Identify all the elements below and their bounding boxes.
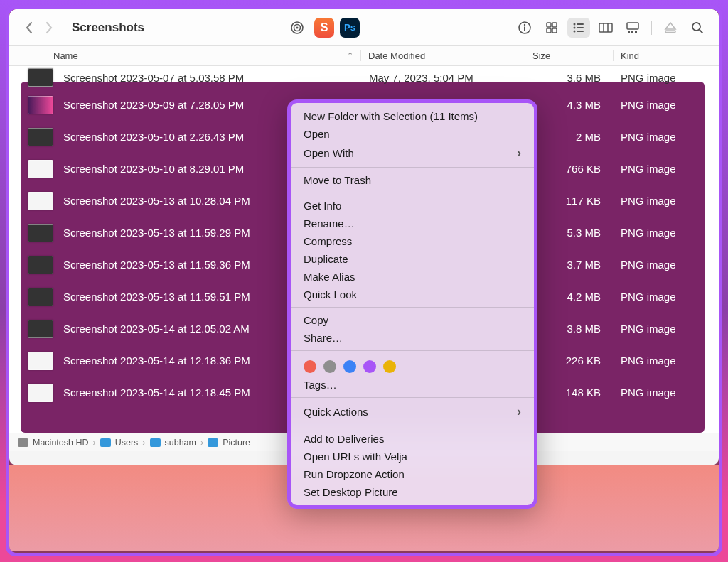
column-header-name[interactable]: Name⌃ — [9, 50, 360, 61]
context-menu-item[interactable]: New Folder with Selection (11 Items) — [291, 107, 534, 125]
file-kind: PNG image — [614, 291, 700, 303]
context-menu-item[interactable]: Make Alias — [291, 268, 534, 286]
app-icon-s[interactable]: S — [314, 18, 334, 38]
context-menu-item[interactable]: Run Dropzone Action — [291, 465, 534, 483]
file-date: May 7, 2023, 5:04 PM — [362, 72, 525, 84]
folder-icon — [100, 438, 111, 447]
file-thumbnail — [28, 160, 53, 178]
info-icon[interactable] — [513, 18, 536, 38]
tag-color[interactable] — [304, 360, 316, 373]
tag-color[interactable] — [343, 360, 356, 373]
view-list-button[interactable] — [567, 18, 590, 38]
file-size: 766 KB — [525, 163, 614, 175]
svg-rect-19 — [627, 23, 638, 29]
column-header-kind[interactable]: Kind — [613, 50, 719, 61]
svg-rect-13 — [577, 27, 584, 28]
file-size: 3.8 MB — [525, 323, 614, 335]
context-menu-item[interactable]: Tags… — [291, 376, 534, 394]
file-thumbnail — [28, 128, 53, 146]
tags-row — [291, 355, 534, 376]
context-menu-item[interactable]: Quick Actions› — [291, 401, 534, 422]
file-thumbnail — [28, 320, 53, 338]
svg-rect-7 — [552, 23, 557, 27]
search-icon[interactable] — [686, 18, 709, 38]
svg-point-2 — [296, 26, 299, 28]
file-kind: PNG image — [614, 227, 700, 239]
tag-color[interactable] — [363, 360, 376, 373]
path-segment[interactable]: Picture — [223, 438, 250, 448]
context-menu-item[interactable]: Move to Trash — [291, 171, 534, 189]
file-thumbnail — [28, 384, 53, 402]
column-header-date[interactable]: Date Modified — [360, 50, 525, 61]
context-menu-item[interactable]: Copy — [291, 311, 534, 329]
context-menu-item[interactable]: Compress — [291, 232, 534, 250]
svg-rect-20 — [628, 31, 630, 33]
file-size: 3.7 MB — [525, 259, 614, 271]
context-menu-item[interactable]: Get Info — [291, 197, 534, 215]
file-name: Screenshot 2023-05-07 at 5.03.58 PM — [63, 72, 362, 84]
file-kind: PNG image — [614, 323, 700, 335]
svg-rect-23 — [665, 31, 675, 33]
file-size: 5.3 MB — [525, 227, 614, 239]
tag-color[interactable] — [383, 360, 396, 373]
context-menu: New Folder with Selection (11 Items)Open… — [287, 99, 537, 509]
svg-rect-8 — [547, 28, 551, 33]
file-thumbnail — [28, 224, 53, 242]
chevron-right-icon: › — [517, 146, 521, 161]
context-menu-item[interactable]: Share… — [291, 329, 534, 347]
svg-rect-21 — [631, 31, 633, 33]
folder-icon — [150, 438, 161, 447]
context-menu-item[interactable]: Set Desktop Picture — [291, 483, 534, 501]
path-segment[interactable]: Users — [115, 438, 139, 448]
context-menu-item[interactable]: Open — [291, 125, 534, 143]
disk-icon — [18, 438, 28, 447]
file-size: 117 KB — [525, 195, 614, 207]
file-kind: PNG image — [614, 72, 700, 84]
file-size: 2 MB — [525, 131, 614, 143]
file-kind: PNG image — [614, 99, 700, 111]
file-thumbnail — [28, 68, 53, 87]
file-kind: PNG image — [614, 195, 700, 207]
path-segment[interactable]: subham — [165, 438, 196, 448]
context-menu-item[interactable]: Open URLs with Velja — [291, 448, 534, 465]
forward-button[interactable] — [39, 18, 59, 38]
view-columns-button[interactable] — [594, 18, 617, 38]
svg-rect-11 — [577, 23, 584, 25]
tag-color[interactable] — [323, 360, 336, 373]
file-thumbnail — [28, 192, 53, 210]
column-header-row: Name⌃ Date Modified Size Kind — [9, 46, 719, 66]
file-kind: PNG image — [614, 387, 700, 399]
file-thumbnail — [28, 288, 53, 306]
context-menu-item[interactable]: Rename… — [291, 215, 534, 232]
context-menu-item[interactable]: Add to Deliveries — [291, 430, 534, 448]
window-title: Screenshots — [72, 21, 144, 35]
path-segment[interactable]: Macintosh HD — [33, 438, 89, 448]
svg-line-25 — [700, 30, 702, 33]
file-kind: PNG image — [614, 259, 700, 271]
file-kind: PNG image — [614, 355, 700, 367]
file-row[interactable]: Screenshot 2023-05-07 at 5.03.58 PM May … — [9, 66, 719, 89]
file-size: 148 KB — [525, 387, 614, 399]
context-menu-item[interactable]: Duplicate — [291, 250, 534, 268]
svg-point-4 — [524, 23, 525, 25]
view-gallery-button[interactable] — [621, 18, 644, 38]
column-header-size[interactable]: Size — [525, 50, 613, 61]
svg-point-24 — [692, 23, 700, 31]
app-icon-photoshop[interactable]: Ps — [340, 18, 360, 38]
eject-icon[interactable] — [659, 18, 682, 38]
airdrop-icon[interactable] — [286, 18, 309, 38]
file-thumbnail — [28, 352, 53, 370]
context-menu-item[interactable]: Quick Look — [291, 286, 534, 303]
context-menu-item[interactable]: Open With› — [291, 143, 534, 163]
svg-rect-15 — [577, 31, 584, 32]
svg-rect-5 — [524, 26, 525, 31]
svg-rect-9 — [552, 28, 557, 33]
file-size: 4.3 MB — [525, 99, 614, 111]
view-icons-button[interactable] — [540, 18, 563, 38]
chevron-right-icon: › — [517, 404, 521, 419]
svg-point-12 — [574, 26, 576, 28]
sort-indicator-icon: ⌃ — [347, 51, 353, 60]
svg-rect-6 — [547, 23, 551, 27]
back-button[interactable] — [19, 18, 39, 38]
file-size: 4.2 MB — [525, 291, 614, 303]
